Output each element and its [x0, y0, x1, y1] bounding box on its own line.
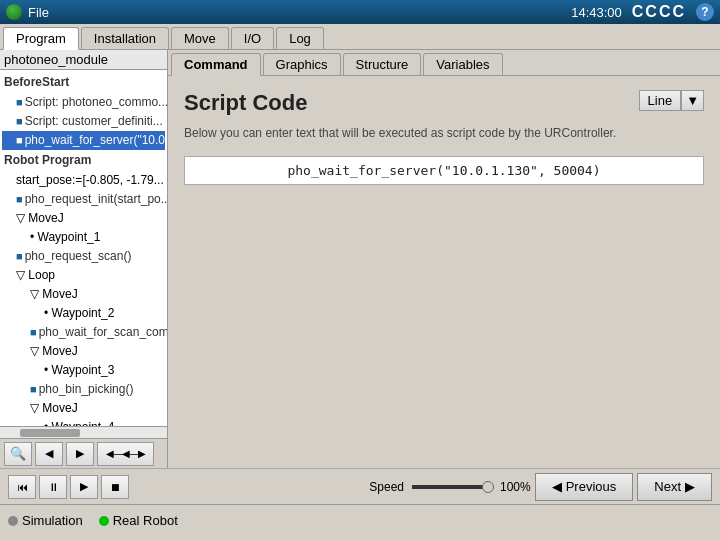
- tree-waypoint-4[interactable]: • Waypoint_4: [2, 418, 165, 426]
- module-name: photoneo_module: [4, 52, 108, 67]
- tree-arrow-btn[interactable]: ◀—◀—▶: [97, 442, 154, 466]
- tree-pho-request-init[interactable]: ■pho_request_init(start_po...: [2, 190, 165, 209]
- tree-forward-btn[interactable]: ▶: [66, 442, 94, 466]
- speed-percent: 100%: [500, 480, 531, 494]
- tree-pho-wait[interactable]: ■pho_wait_for_server("10.0...: [2, 131, 165, 150]
- left-panel: photoneo_module BeforeStart ■Script: pho…: [0, 50, 168, 468]
- tree-scrollbar[interactable]: [0, 426, 167, 438]
- robot-id: CCCC: [632, 3, 686, 21]
- file-menu[interactable]: File: [28, 5, 49, 20]
- script-code-input[interactable]: [184, 156, 704, 185]
- tab-installation[interactable]: Installation: [81, 27, 169, 49]
- tree-loop[interactable]: ▽ Loop: [2, 266, 165, 285]
- script-input-row: [184, 156, 704, 185]
- playback-controls: ⏮ ⏸ ▶ ⏹: [8, 475, 129, 499]
- prev-arrow-icon: ◀: [552, 479, 562, 494]
- main-area: photoneo_module BeforeStart ■Script: pho…: [0, 50, 720, 468]
- line-dropdown-arrow[interactable]: ▼: [681, 90, 704, 111]
- tree-script-1[interactable]: ■Script: photoneo_commo...: [2, 93, 165, 112]
- simulation-label: Simulation: [22, 513, 83, 528]
- tree-start-pose[interactable]: start_pose:=[-0.805, -1.79...: [2, 171, 165, 190]
- tree-pho-wait-scan[interactable]: ■pho_wait_for_scan_com...: [2, 323, 165, 342]
- right-content: Script Code Below you can enter text tha…: [168, 76, 720, 468]
- next-button[interactable]: Next ▶: [637, 473, 712, 501]
- play-btn[interactable]: ▶: [70, 475, 98, 499]
- scroll-thumb[interactable]: [20, 429, 80, 437]
- tab-command[interactable]: Command: [171, 53, 261, 76]
- stop-btn[interactable]: ⏹: [101, 475, 129, 499]
- tab-io[interactable]: I/O: [231, 27, 274, 49]
- speed-label: Speed: [369, 480, 404, 494]
- titlebar: File 14:43:00 CCCC ?: [0, 0, 720, 24]
- next-arrow-icon: ▶: [685, 479, 695, 494]
- help-button[interactable]: ?: [696, 3, 714, 21]
- titlebar-right: 14:43:00 CCCC ?: [571, 3, 714, 21]
- tab-move[interactable]: Move: [171, 27, 229, 49]
- line-dropdown-group: Line ▼: [639, 90, 704, 111]
- tab-graphics[interactable]: Graphics: [263, 53, 341, 75]
- tab-log[interactable]: Log: [276, 27, 324, 49]
- tree-movej-3[interactable]: ▽ MoveJ: [2, 342, 165, 361]
- right-tabs: Command Graphics Structure Variables: [168, 50, 720, 76]
- robot-indicator: [99, 516, 109, 526]
- status-bar: Simulation Real Robot: [0, 504, 720, 536]
- clock: 14:43:00: [571, 5, 622, 20]
- tree-controls: 🔍 ◀ ▶ ◀—◀—▶: [0, 438, 167, 468]
- tab-structure[interactable]: Structure: [343, 53, 422, 75]
- tab-program[interactable]: Program: [3, 27, 79, 50]
- tree-script-2[interactable]: ■Script: customer_definiti...: [2, 112, 165, 131]
- tab-variables[interactable]: Variables: [423, 53, 502, 75]
- robot-label: Real Robot: [113, 513, 178, 528]
- tree-waypoint-3[interactable]: • Waypoint_3: [2, 361, 165, 380]
- titlebar-left: File: [6, 4, 49, 20]
- tree-back-btn[interactable]: ◀: [35, 442, 63, 466]
- script-title: Script Code: [184, 90, 616, 116]
- line-button[interactable]: Line: [639, 90, 682, 111]
- tree-waypoint-2[interactable]: • Waypoint_2: [2, 304, 165, 323]
- right-panel: Command Graphics Structure Variables Scr…: [168, 50, 720, 468]
- script-description: Below you can enter text that will be ex…: [184, 126, 616, 140]
- speed-thumb[interactable]: [482, 481, 494, 493]
- tree-movej-4[interactable]: ▽ MoveJ: [2, 399, 165, 418]
- simulation-status: Simulation: [8, 513, 83, 528]
- tree-movej-1[interactable]: ▽ MoveJ: [2, 209, 165, 228]
- pause-btn[interactable]: ⏸: [39, 475, 67, 499]
- tree-waypoint-1[interactable]: • Waypoint_1: [2, 228, 165, 247]
- speed-slider[interactable]: [412, 485, 492, 489]
- tree-robot-program[interactable]: Robot Program: [2, 150, 165, 171]
- tree-pho-bin-picking[interactable]: ■pho_bin_picking(): [2, 380, 165, 399]
- speed-fill: [412, 485, 492, 489]
- simulation-indicator: [8, 516, 18, 526]
- rewind-btn[interactable]: ⏮: [8, 475, 36, 499]
- module-bar: photoneo_module: [0, 50, 167, 70]
- robot-status: Real Robot: [99, 513, 178, 528]
- tree-pho-request-scan-1[interactable]: ■pho_request_scan(): [2, 247, 165, 266]
- tree-before-start[interactable]: BeforeStart: [2, 72, 165, 93]
- ur-logo: [6, 4, 22, 20]
- tree-area[interactable]: BeforeStart ■Script: photoneo_commo... ■…: [0, 70, 167, 426]
- top-tabs: Program Installation Move I/O Log: [0, 24, 720, 50]
- tree-search-btn[interactable]: 🔍: [4, 442, 32, 466]
- bottom-toolbar: ⏮ ⏸ ▶ ⏹ Speed 100% ◀ Previous Next ▶: [0, 468, 720, 504]
- tree-movej-2[interactable]: ▽ MoveJ: [2, 285, 165, 304]
- nav-controls: Speed 100% ◀ Previous Next ▶: [369, 473, 712, 501]
- previous-button[interactable]: ◀ Previous: [535, 473, 634, 501]
